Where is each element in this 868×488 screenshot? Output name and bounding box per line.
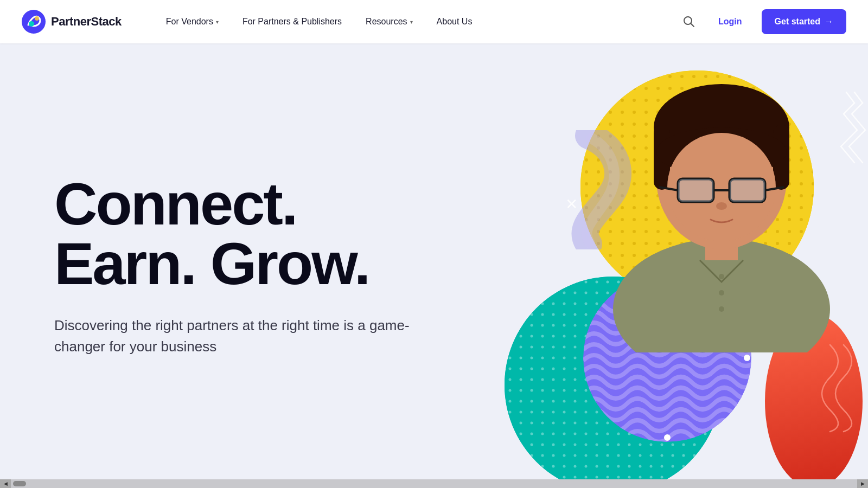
nav-resources[interactable]: Resources ▾ (354, 0, 424, 43)
hero-illustration: ✕ (467, 43, 868, 488)
nav-about-us[interactable]: About Us (425, 0, 484, 43)
svg-rect-30 (678, 179, 713, 202)
chevron-down-icon: ▾ (216, 19, 219, 25)
svg-point-1 (29, 21, 34, 27)
svg-line-4 (691, 23, 694, 27)
get-started-button[interactable]: Get started → (762, 9, 846, 34)
logo-icon (22, 10, 46, 34)
chevron-down-icon-2: ▾ (410, 19, 413, 25)
svg-point-15 (664, 434, 671, 441)
scrollbar-thumb[interactable] (13, 481, 26, 486)
svg-point-33 (719, 274, 724, 279)
hero-title: Connect. Earn. Grow. (54, 174, 412, 293)
cross-decoration: ✕ (565, 195, 578, 213)
search-button[interactable] (679, 12, 699, 31)
svg-point-2 (35, 16, 39, 21)
person-illustration (605, 49, 838, 352)
scroll-right-arrow[interactable]: ▶ (857, 479, 868, 488)
scrollbar[interactable]: ◀ ▶ (0, 479, 868, 488)
person-svg (605, 49, 838, 352)
nav-for-partners[interactable]: For Partners & Publishers (231, 0, 354, 43)
squiggle-bottom-right (819, 339, 868, 439)
svg-point-0 (22, 10, 46, 34)
squiggle-top-right (825, 87, 868, 170)
logo-link[interactable]: PartnerStack (22, 10, 122, 34)
search-icon (683, 16, 695, 28)
logo-text: PartnerStack (51, 15, 122, 29)
hero-section: Connect. Earn. Grow. Discovering the rig… (0, 43, 868, 488)
nav-links: For Vendors ▾ For Partners & Publishers … (154, 0, 679, 43)
nav-for-vendors[interactable]: For Vendors ▾ (154, 0, 231, 43)
nav-right: Login Get started → (679, 9, 846, 34)
svg-point-35 (719, 306, 724, 312)
login-button[interactable]: Login (710, 12, 751, 31)
svg-point-34 (719, 290, 724, 296)
scroll-left-arrow[interactable]: ◀ (0, 479, 11, 488)
hero-subtitle: Discovering the right partners at the ri… (54, 315, 412, 357)
hero-content: Connect. Earn. Grow. Discovering the rig… (0, 174, 467, 357)
svg-rect-17 (648, 255, 795, 352)
svg-point-32 (716, 202, 727, 210)
squiggle-svg-2 (819, 339, 868, 437)
navigation: PartnerStack For Vendors ▾ For Partners … (0, 0, 868, 43)
svg-point-14 (744, 355, 750, 361)
svg-rect-31 (730, 179, 765, 202)
squiggle-svg-1 (825, 87, 868, 168)
